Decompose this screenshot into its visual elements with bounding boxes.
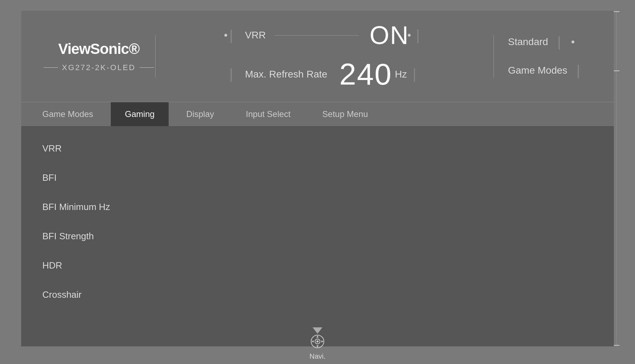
- right-tick-top: [613, 11, 619, 12]
- border-right: [616, 11, 617, 346]
- refresh-unit: Hz: [395, 69, 407, 80]
- tab-game-modes[interactable]: Game Modes: [28, 102, 107, 126]
- tab-setup-menu-label: Setup Menu: [322, 109, 368, 119]
- menu-item-crosshair[interactable]: Crosshair: [21, 280, 614, 309]
- menu-item-bfi-strength-label: BFI Strength: [42, 231, 94, 242]
- right-tick-middle: [613, 70, 619, 71]
- menu-item-crosshair-label: Crosshair: [42, 289, 81, 300]
- menu-spacer: [21, 309, 614, 322]
- content-area: VRR BFI BFI Minimum Hz BFI Strength HDR …: [21, 127, 614, 346]
- osd-panel: ViewSonic® XG272-2K-OLED | VRR ON: [21, 11, 614, 346]
- svg-marker-5: [321, 340, 323, 343]
- menu-item-bfi-minimum-hz-label: BFI Minimum Hz: [42, 202, 110, 212]
- menu-item-bfi-label: BFI: [42, 172, 56, 183]
- model-dash-right: [140, 67, 154, 68]
- menu-item-bfi[interactable]: BFI: [21, 163, 614, 192]
- tab-gaming[interactable]: Gaming: [111, 102, 169, 126]
- vrr-pipe-right: |: [416, 27, 420, 43]
- tab-display-label: Display: [186, 109, 214, 119]
- refresh-pipe-left: |: [229, 66, 233, 82]
- navi-label: Navi.: [309, 352, 326, 360]
- svg-marker-3: [316, 345, 319, 347]
- menu-item-bfi-minimum-hz[interactable]: BFI Minimum Hz: [21, 192, 614, 222]
- game-modes-row: Game Modes |: [508, 63, 583, 79]
- tab-display[interactable]: Display: [172, 102, 228, 126]
- menu-item-bfi-strength[interactable]: BFI Strength: [21, 222, 614, 251]
- outer-container: ViewSonic® XG272-2K-OLED | VRR ON: [0, 0, 635, 364]
- tab-game-modes-label: Game Modes: [42, 109, 93, 119]
- model-text: XG272-2K-OLED: [62, 63, 136, 72]
- tab-gaming-label: Gaming: [125, 109, 155, 119]
- standard-dot: [572, 41, 574, 43]
- vrr-dot-left: [224, 34, 227, 37]
- model-dash-left: [44, 67, 58, 68]
- refresh-label: Max. Refresh Rate: [245, 69, 327, 80]
- brand-logo: ViewSonic®: [58, 41, 139, 57]
- vrr-label: VRR: [245, 30, 266, 41]
- svg-marker-4: [312, 340, 314, 343]
- refresh-pipe-right: |: [413, 66, 416, 82]
- tab-input-select[interactable]: Input Select: [232, 102, 305, 126]
- right-section: Standard | Game Modes |: [494, 34, 593, 79]
- svg-marker-2: [316, 335, 319, 338]
- top-bar: ViewSonic® XG272-2K-OLED | VRR ON: [21, 11, 614, 102]
- brand-section: ViewSonic® XG272-2K-OLED: [42, 41, 155, 72]
- vrr-dot-right: [408, 34, 411, 37]
- refresh-value: 240: [339, 57, 392, 92]
- navi-section: Navi.: [309, 333, 326, 360]
- menu-item-vrr[interactable]: VRR: [21, 134, 614, 163]
- menu-item-hdr[interactable]: HDR: [21, 251, 614, 280]
- navi-icon: [309, 333, 326, 350]
- center-section: | VRR ON | | Max. Refresh Rate 240 Hz |: [156, 14, 494, 99]
- menu-list: VRR BFI BFI Minimum Hz BFI Strength HDR …: [21, 127, 614, 346]
- standard-label: Standard: [508, 36, 548, 48]
- bottom-bar: Navi.: [0, 329, 635, 364]
- model-name: XG272-2K-OLED: [44, 63, 154, 72]
- tab-setup-menu[interactable]: Setup Menu: [308, 102, 382, 126]
- menu-item-hdr-label: HDR: [42, 260, 62, 271]
- menu-item-vrr-label: VRR: [42, 143, 62, 154]
- tab-input-select-label: Input Select: [246, 109, 291, 119]
- vrr-divider: [274, 35, 359, 36]
- svg-point-6: [316, 340, 319, 343]
- standard-pipe: |: [557, 34, 561, 50]
- vrr-pipe-left: |: [229, 27, 233, 43]
- vrr-value: ON: [370, 21, 409, 50]
- game-modes-pipe: |: [576, 63, 580, 79]
- game-modes-label: Game Modes: [508, 65, 567, 76]
- standard-row: Standard |: [508, 34, 574, 50]
- nav-tabs: Game Modes Gaming Display Input Select S…: [21, 102, 614, 127]
